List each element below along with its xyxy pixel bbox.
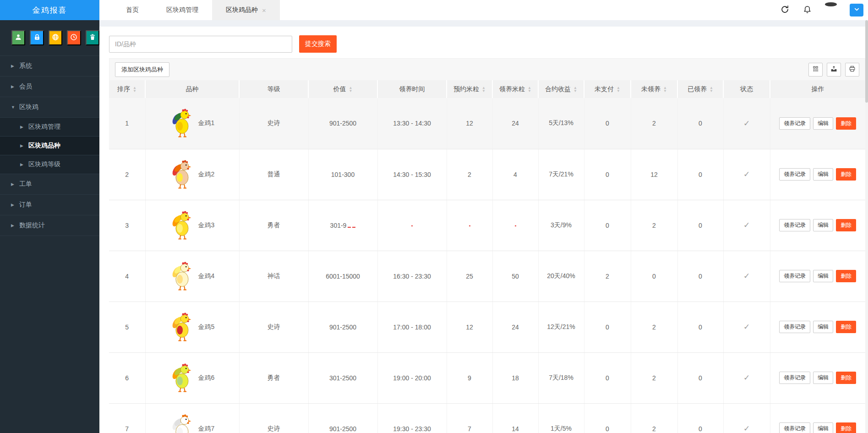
menu-item-label: 区块鸡等级 <box>28 160 60 169</box>
notifications-button[interactable] <box>802 5 812 16</box>
column-header-adopted[interactable]: 已领养▲▼ <box>677 80 723 98</box>
cell-value: 5 <box>125 323 129 331</box>
cell-time: 16:30 - 23:30 <box>377 251 447 301</box>
sort-icon[interactable]: ▲▼ <box>710 86 713 93</box>
user-menu-button[interactable] <box>850 4 863 16</box>
cell-value: 24 <box>512 120 519 127</box>
sort-icon[interactable]: ▲▼ <box>349 86 353 93</box>
sidebar-item-系统[interactable]: ▶系统 <box>0 56 99 77</box>
edit-button[interactable]: 编辑 <box>813 168 833 181</box>
cell-time <box>377 200 447 251</box>
sidebar-subitem-区块鸡管理[interactable]: ▶区块鸡管理 <box>0 118 99 137</box>
column-header-reserve[interactable]: 预约米粒▲▼ <box>447 80 492 98</box>
sort-icon[interactable]: ▲▼ <box>482 86 486 93</box>
adopt-record-button[interactable]: 领养记录 <box>779 270 810 282</box>
edit-button[interactable]: 编辑 <box>813 372 833 384</box>
vertical-scrollbar[interactable] <box>865 20 868 433</box>
sort-icon[interactable]: ▲▼ <box>617 86 620 93</box>
delete-button[interactable]: 删除 <box>836 270 856 282</box>
cell-value: 301-9 <box>308 200 377 251</box>
check-icon: ✓ <box>743 272 750 280</box>
cell-adopted: 0 <box>677 352 723 403</box>
edit-button[interactable]: 编辑 <box>813 321 833 333</box>
cell-breed: 金鸡3 <box>145 200 239 251</box>
table-row: 4金鸡4神话6001-1500016:30 - 23:30255020天/40%… <box>109 251 865 301</box>
tab-label: 区块鸡管理 <box>166 6 198 14</box>
sort-icon[interactable]: ▲▼ <box>573 86 577 93</box>
user-quick-button[interactable] <box>11 30 25 45</box>
column-header-unadopted[interactable]: 未领养▲▼ <box>631 80 677 98</box>
cell-status: ✓ <box>723 301 770 352</box>
scrollbar-thumb[interactable] <box>865 20 868 103</box>
refresh-button[interactable] <box>780 5 790 16</box>
cell-value: 12 <box>650 171 658 178</box>
column-header-adopt[interactable]: 领养米粒▲▼ <box>492 80 538 98</box>
adopt-record-button[interactable]: 领养记录 <box>779 321 810 333</box>
column-header-unpaid[interactable]: 未支付▲▼ <box>584 80 631 98</box>
delete-button[interactable]: 删除 <box>836 422 856 433</box>
sidebar-item-工单[interactable]: ▶工单 <box>0 174 99 195</box>
delete-button[interactable]: 删除 <box>836 168 856 181</box>
cell-profit: 20天/40% <box>538 251 584 301</box>
menu-item-label: 会员 <box>19 82 32 91</box>
tab-首页[interactable]: 首页 <box>112 0 153 20</box>
column-header-order[interactable]: 排序▲▼ <box>109 80 145 98</box>
close-icon[interactable]: × <box>262 6 266 14</box>
clock-quick-button[interactable] <box>67 30 81 45</box>
lock-quick-button[interactable] <box>30 30 44 45</box>
delete-button[interactable]: 删除 <box>836 117 856 130</box>
cell-value: 301-9 <box>330 222 347 229</box>
adopt-record-button[interactable]: 领养记录 <box>779 168 810 181</box>
adopt-record-button[interactable]: 领养记录 <box>779 117 810 130</box>
cell-value: 0 <box>699 120 702 127</box>
cell-value: 7天/18% <box>549 374 573 381</box>
print-button[interactable] <box>845 63 859 77</box>
globe-quick-button[interactable] <box>49 30 62 45</box>
cell-value: 13:30 - 14:30 <box>393 120 431 127</box>
cell-time: 19:30 - 23:30 <box>377 403 447 433</box>
cell-value: 0 <box>606 120 609 127</box>
delete-button[interactable]: 删除 <box>836 372 856 384</box>
tab-区块鸡管理[interactable]: 区块鸡管理 <box>153 0 212 20</box>
cell-value: 901-2500 <box>329 323 356 331</box>
cell-unpaid: 0 <box>584 200 631 251</box>
edit-button[interactable]: 编辑 <box>813 219 833 231</box>
sort-icon[interactable]: ▲▼ <box>663 86 667 93</box>
sort-icon[interactable]: ▲▼ <box>528 86 531 93</box>
cell-value: 301-2500 <box>308 352 377 403</box>
trash-quick-button[interactable] <box>86 30 99 45</box>
delete-button[interactable]: 删除 <box>836 219 856 231</box>
sort-icon[interactable]: ▲▼ <box>133 86 136 93</box>
add-breed-button[interactable]: 添加区块鸡品种 <box>115 62 169 77</box>
search-input[interactable] <box>109 36 292 53</box>
chicken-image <box>170 260 196 292</box>
cell-value: 6001-15000 <box>326 273 360 280</box>
columns-toggle-button[interactable] <box>808 63 823 77</box>
sidebar-item-区块鸡[interactable]: ▼区块鸡 <box>0 97 99 118</box>
sidebar-item-订单[interactable]: ▶订单 <box>0 195 99 215</box>
avatar[interactable] <box>825 2 837 6</box>
sidebar-subitem-区块鸡等级[interactable]: ▶区块鸡等级 <box>0 155 99 174</box>
cell-time: 19:00 - 20:00 <box>377 352 447 403</box>
adopt-record-button[interactable]: 领养记录 <box>779 422 810 433</box>
edit-button[interactable]: 编辑 <box>813 422 833 433</box>
sidebar-subitem-区块鸡品种[interactable]: ▶区块鸡品种 <box>0 137 99 155</box>
sidebar-item-会员[interactable]: ▶会员 <box>0 77 99 97</box>
edit-button[interactable]: 编辑 <box>813 270 833 282</box>
search-submit-button[interactable]: 提交搜索 <box>299 35 337 53</box>
export-button[interactable] <box>827 63 841 77</box>
delete-button[interactable]: 删除 <box>836 321 856 333</box>
column-header-value[interactable]: 价值▲▼ <box>308 80 377 98</box>
adopt-record-button[interactable]: 领养记录 <box>779 372 810 384</box>
cell-reserve: 2 <box>447 149 492 200</box>
sidebar: 金鸡报喜 ▶系统▶会员▼区块鸡▶区块鸡管理▶区块鸡品种▶区块鸡等级▶工单▶订单▶… <box>0 0 99 433</box>
column-header-profit[interactable]: 合约收益▲▼ <box>538 80 584 98</box>
edit-button[interactable]: 编辑 <box>813 117 833 130</box>
cell-value: 0 <box>699 323 702 331</box>
globe-icon <box>51 33 60 43</box>
adopt-record-button[interactable]: 领养记录 <box>779 219 810 231</box>
table-tool-buttons <box>808 63 859 77</box>
tab-区块鸡品种[interactable]: 区块鸡品种× <box>212 0 280 20</box>
menu-item-label: 订单 <box>19 201 32 209</box>
sidebar-item-数据统计[interactable]: ▶数据统计 <box>0 215 99 236</box>
